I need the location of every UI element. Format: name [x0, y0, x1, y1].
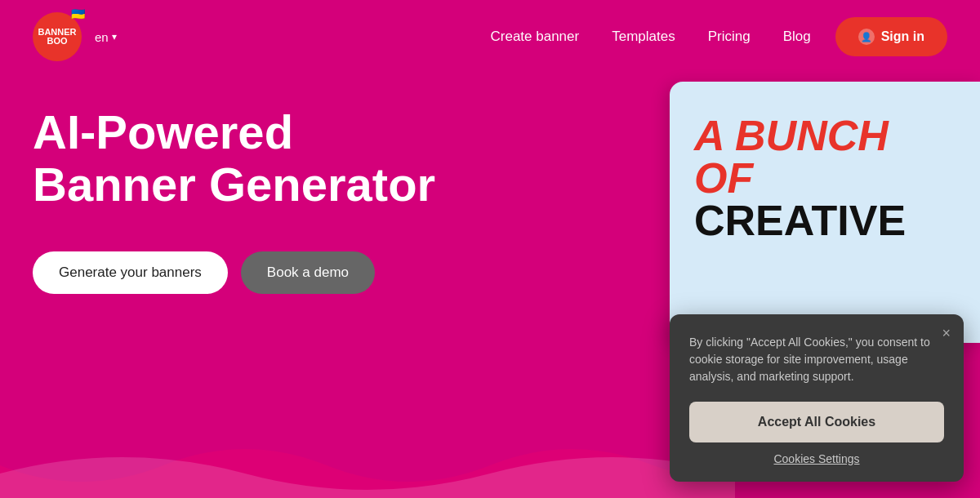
- banner-preview: A BUNCH OF CREATIVE: [670, 82, 980, 343]
- banner-preview-line2: CREATIVE: [694, 199, 956, 242]
- cookie-body-text: By clicking "Accept All Cookies," you co…: [689, 334, 944, 385]
- nav-templates[interactable]: Templates: [612, 29, 675, 45]
- cookie-popup: × By clicking "Accept All Cookies," you …: [670, 314, 964, 482]
- banner-preview-content: A BUNCH OF CREATIVE: [670, 82, 980, 274]
- wave-decoration: [0, 433, 735, 498]
- nav-pricing[interactable]: Pricing: [708, 29, 751, 45]
- logo-flag: 🇺🇦: [71, 7, 85, 20]
- signin-label: Sign in: [881, 29, 924, 44]
- language-selector[interactable]: en ▾: [95, 30, 117, 44]
- nav-links: Create banner Templates Pricing Blog: [491, 29, 811, 45]
- logo-circle: BANNERBOO 🇺🇦: [33, 12, 82, 61]
- nav-create-banner[interactable]: Create banner: [491, 29, 580, 45]
- navbar: BANNERBOO 🇺🇦 en ▾ Create banner Template…: [0, 0, 980, 73]
- nav-blog[interactable]: Blog: [783, 29, 811, 45]
- signin-button[interactable]: 👤 Sign in: [835, 17, 947, 56]
- logo-text: BANNERBOO: [38, 28, 76, 46]
- language-label: en: [95, 30, 109, 44]
- banner-preview-line1: A BUNCH OF: [694, 114, 956, 199]
- cookie-close-button[interactable]: ×: [942, 326, 951, 340]
- hero-title-line1: AI-Powered: [33, 105, 293, 158]
- chevron-down-icon: ▾: [112, 31, 117, 42]
- cookies-settings-button[interactable]: Cookies Settings: [689, 452, 944, 465]
- logo[interactable]: BANNERBOO 🇺🇦: [33, 12, 82, 61]
- accept-cookies-button[interactable]: Accept All Cookies: [689, 402, 944, 442]
- generate-banners-button[interactable]: Generate your banners: [33, 251, 228, 294]
- hero-title: AI-Powered Banner Generator: [33, 106, 523, 211]
- user-icon: 👤: [858, 29, 875, 45]
- book-demo-button[interactable]: Book a demo: [241, 251, 375, 294]
- hero-title-line2: Banner Generator: [33, 158, 435, 211]
